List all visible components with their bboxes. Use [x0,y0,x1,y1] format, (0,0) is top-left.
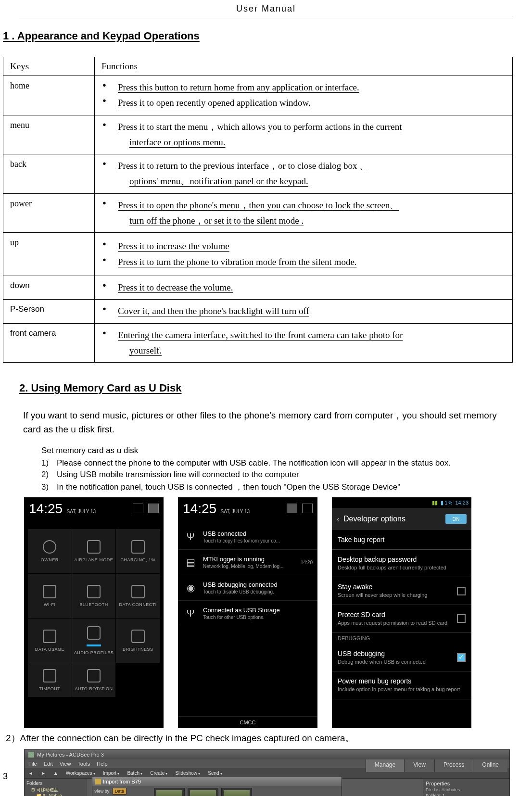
qs-tile-data-usage[interactable]: DATA USAGE [28,619,72,663]
bt-icon [87,585,101,598]
notification-item[interactable]: ▤MTKLogger is runningNetwork log, Mobile… [178,550,317,575]
func-item: Press it to turn the phone to vibration … [108,254,507,270]
qs-tile-label: CHARGING, 1% [120,557,155,562]
mode-tab-manage[interactable]: Manage [366,759,404,772]
menu-view[interactable]: View [60,761,71,767]
notification-item[interactable]: ΨConnected as USB StorageTouch for other… [178,601,317,626]
phone-developer-options: ▮▮ ▮ 1% 14:23 ‹ Developer options ON Tak… [332,497,471,728]
properties-subtitle: File List Attributes [426,787,507,792]
qs-tile-auto-rotation[interactable]: AUTO ROTATION [72,663,116,697]
mode-tab-view[interactable]: View [404,759,434,772]
func-item: Entering the camera interface, switched … [108,328,507,359]
import-dialog: Import from B79 View by: Date All d [92,777,342,796]
notification-title: MTKLogger is running [203,556,283,563]
viewby-label: View by: [94,789,111,794]
func-item: Press it to open the phone's menu，then y… [108,198,507,229]
page-number: 3 [3,771,8,782]
phone2-date: SAT, JULY 13 [221,509,250,514]
up-nav-icon[interactable]: ▲ [53,771,58,776]
qs-tile-charging-[interactable]: CHARGING, 1% [116,529,160,573]
import-dialog-title: Import from B79 [103,779,141,784]
func-item: Press it to start the menu，which allows … [108,119,507,151]
import-thumbnails [154,788,252,796]
qs-tile-label: WI-FI [44,602,56,607]
func-item: Press it to return to the previous inter… [108,158,507,190]
qs-tile-audio-profiles[interactable]: AUDIO PROFILES [72,619,116,663]
qs-tile-wi-fi[interactable]: WI-FI [28,574,72,618]
bolt-icon [131,540,145,554]
back-chevron-icon[interactable]: ‹ [337,514,340,524]
notification-item[interactable]: ΨUSB connectedTouch to copy files to/fro… [178,524,317,550]
menu-tools[interactable]: Tools [77,761,90,767]
plane-icon [87,540,101,554]
carrier-label: CMCC [178,716,317,728]
properties-title: Properties [426,781,507,786]
mode-tab-online[interactable]: Online [473,759,507,772]
dev-option-subtitle: Apps must request permission to read SD … [338,619,466,626]
developer-options-switch[interactable]: ON [445,514,467,524]
phone3-time: 14:23 [455,500,469,505]
data-icon [131,585,145,598]
toolbar-batch[interactable]: Batch [127,771,142,776]
section1-title: 1 . Appearance and Keypad Operations [3,30,513,42]
qs-tile-data-connecti[interactable]: DATA CONNECTI [116,574,160,618]
qs-tile-airplane-mode[interactable]: AIRPLANE MODE [72,529,116,573]
checkbox-icon[interactable] [457,587,466,595]
wifi-icon [43,585,56,598]
back-nav-icon[interactable]: ◄ [28,771,33,776]
notification-subtitle: Touch to copy files to/from your co... [203,538,280,543]
menu-file[interactable]: File [28,761,37,767]
key-up: up [3,233,95,276]
bright-icon [131,630,145,643]
toolbar-slideshow[interactable]: Slideshow [175,771,200,776]
keys-functions-table: Keys Functions homePress this button to … [3,57,513,363]
audio-icon [87,626,101,640]
dev-option-usb-debugging[interactable]: USB debuggingDebug mode when USB is conn… [332,644,471,671]
func-back: Press it to return to the previous inter… [95,154,513,194]
notification-time: 14:20 [301,560,313,565]
menu-edit[interactable]: Edit [44,761,53,767]
thumb-2[interactable] [188,788,218,796]
func-item: Press it to decrease the volume. [108,280,507,295]
battery-icon: ▮ 1% [441,500,453,506]
dev-option-stay-awake[interactable]: Stay awakeScreen will never sleep while … [332,577,471,605]
dev-option-protect-sd-card[interactable]: Protect SD cardApps must request permiss… [332,605,471,632]
thumb-1[interactable] [154,788,185,796]
tree-item[interactable]: 📁 BL.Mobile [26,793,85,796]
toolbar-workspaces[interactable]: Workspaces [66,771,95,776]
dev-option-desktop-backup-password[interactable]: Desktop backup passwordDesktop full back… [332,550,471,577]
dev-option-subtitle: Debug mode when USB is connected [338,658,466,665]
key-power: power [3,193,95,233]
qs-tile-brightness[interactable]: BRIGHTNESS [116,619,160,663]
tree-root[interactable]: ⊟ 可移动磁盘 [26,787,85,793]
phone1-date: SAT, JULY 13 [67,509,96,514]
toolbar-create[interactable]: Create [150,771,167,776]
section2-subheading: Set memory card as u disk [41,446,513,455]
checkbox-icon[interactable] [457,653,466,662]
key-menu: menu [3,115,95,154]
toolbar-send[interactable]: Send [208,771,222,776]
qs-tile-timeout[interactable]: TIMEOUT [28,663,72,697]
dev-option-title: USB debugging [338,650,466,657]
func-item: Press it to open recently opened applica… [108,95,507,111]
dev-option-take-bug-report[interactable]: Take bug report [332,530,471,550]
qs-tile-owner[interactable]: OWNER [28,529,72,573]
qs-tile-bluetooth[interactable]: BLUETOOTH [72,574,116,618]
thumb-3[interactable] [221,788,252,796]
mode-tab-process[interactable]: Process [434,759,473,772]
fwd-nav-icon[interactable]: ► [41,771,46,776]
func-front-camera: Entering the camera interface, switched … [95,323,513,363]
acdsee-window: My Pictures - ACDSee Pro 3 FileEditViewT… [24,749,510,796]
acdsee-title: My Pictures - ACDSee Pro 3 [37,752,104,758]
dev-option-power-menu-bug-reports[interactable]: Power menu bug reportsInclude option in … [332,671,471,699]
usage-icon [43,630,56,643]
viewby-dropdown[interactable]: Date [113,788,127,795]
list-icon [148,504,159,513]
step-item: 1)Please connect the phone to the comput… [41,458,513,468]
toolbar-import[interactable]: Import [103,771,120,776]
menu-help[interactable]: Help [97,761,108,767]
notification-item[interactable]: ◉USB debugging connectedTouch to disable… [178,575,317,601]
import-dialog-icon [95,779,101,784]
signal-icon: ▮▮ [432,500,438,506]
checkbox-icon[interactable] [457,614,466,623]
